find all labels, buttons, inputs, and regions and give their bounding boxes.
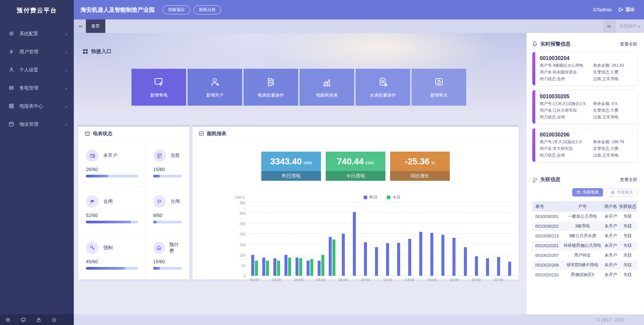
table-row[interactable]: 0010020210西侧试验区5未开户失联 [532, 270, 637, 280]
sidebar-item-label: 售电管理 [19, 85, 66, 91]
bar-group [493, 203, 504, 276]
status-value: 15/60 [153, 259, 182, 264]
key-icon [86, 241, 99, 254]
table-row[interactable]: 00100302023楼用电未开户失联 [532, 221, 637, 231]
table-row[interactable]: 00100302133楼公共开水房未开户失联 [532, 231, 637, 241]
alarm-card[interactable]: 0010030205 商户号:(江科大)试验区1-5剩余金额:-5.5 用户名:… [532, 90, 637, 124]
flag-on-icon [86, 195, 99, 208]
bar-group [271, 203, 282, 276]
bar-yesterday [464, 247, 467, 276]
sidebar-item-report-center[interactable]: 电报表中心 ‹ [0, 97, 74, 115]
energy-analysis-button[interactable]: 能耗分析 [194, 5, 221, 14]
legend-item[interactable]: 昨日 [364, 195, 377, 200]
bar-group [426, 203, 437, 276]
sidebar-item-system-config[interactable]: 系统配置 ‹ [0, 25, 74, 43]
tab-home[interactable]: 首页 [86, 19, 105, 33]
alarm-card[interactable]: 0010030204 商户号:4楼园区办公用电剩余金额:-261.83 用户名:… [532, 52, 637, 86]
status-card-no-account: 未开户 26/60 [78, 141, 146, 187]
person-icon [9, 67, 15, 73]
tabs-scroll-right-icon[interactable]: ▶▶ [603, 19, 615, 33]
tabs-scroll-left-icon[interactable]: ◀◀ [74, 19, 86, 33]
bar-yesterday [342, 234, 345, 276]
table-row[interactable]: 0010020207用户待定未开户失联 [532, 251, 637, 260]
progress-bar [86, 175, 138, 177]
bar-group [393, 203, 404, 276]
gear-icon [9, 31, 15, 37]
progress-bar [153, 221, 182, 223]
content-area: 快捷入口 新增售电 新增开户 电表批量操作 [74, 33, 644, 314]
bar-group [349, 203, 360, 276]
status-value: 8/60 [153, 213, 182, 218]
offline-gateways-button[interactable]: 失联网关 [606, 188, 637, 197]
table-row[interactable]: 0010020209研究院5楼中用电未开户失联 [532, 260, 637, 270]
energy-report-button[interactable]: 电能耗报表 [300, 69, 354, 106]
status-value: 52/60 [86, 213, 138, 218]
chevron-left-icon: ‹ [66, 32, 67, 37]
bar-group [360, 203, 371, 276]
chevron-left-icon: ‹ [66, 104, 67, 109]
new-sell-water-button[interactable]: 新增售水 [412, 69, 466, 106]
bar-yesterday [486, 258, 489, 276]
bar-yesterday [353, 212, 356, 276]
bar-group [371, 203, 382, 276]
bar-yesterday [419, 232, 422, 276]
sidebar-item-property-management[interactable]: 物业管理 ‹ [0, 115, 74, 133]
monitor-icon[interactable] [20, 317, 26, 323]
logout-button[interactable]: 退出 [618, 7, 635, 13]
table-row[interactable]: 0010020201科研楼西侧公共用电未开户失联 [532, 241, 637, 251]
bar-yesterday [251, 255, 254, 276]
status-value: 26/60 [86, 167, 138, 172]
stat-yesterday-usage: 3343.40kWh 昨日用电 [261, 152, 321, 181]
y-axis-ticks: 050100150200250300350 [235, 203, 249, 276]
sidebar-item-electricity-sales[interactable]: 售电管理 ‹ [0, 79, 74, 97]
bar-group [338, 203, 349, 276]
chevron-left-icon: ‹ [66, 86, 67, 91]
chevron-left-icon: ‹ [66, 50, 67, 55]
progress-bar [153, 175, 182, 177]
water-batch-operations-button[interactable]: 水表批量操作 [356, 69, 410, 106]
bar-group [415, 203, 426, 276]
status-card-switch-on: 合闸 52/60 [78, 187, 146, 233]
bar-today [288, 258, 291, 276]
bar-yesterday [262, 258, 265, 276]
new-account-button[interactable]: 新增开户 [187, 69, 242, 106]
username[interactable]: GTadmin [593, 7, 612, 12]
meter-batch-operations-button[interactable]: 电表批量操作 [244, 69, 298, 106]
bar-today [299, 258, 302, 276]
switch-project-button[interactable]: 切换项目 [163, 5, 190, 14]
status-value: 15/60 [153, 167, 182, 172]
sidebar-item-personal-settings[interactable]: 个人设置 ‹ [0, 61, 74, 79]
alarm-card[interactable]: 0010030206 商户号:(常大)试验区1-3剩余金额:-186.78 用户… [532, 128, 637, 162]
power-icon[interactable] [51, 317, 57, 323]
new-sell-electricity-button[interactable]: 新增售电 [131, 69, 186, 106]
alarm-meter-number: 0010030206 [540, 132, 634, 138]
sidebar-footer [0, 314, 74, 325]
bar-group [504, 203, 515, 276]
sidebar-item-user-management[interactable]: 用户管理 ‹ [0, 43, 74, 61]
add-account-icon [209, 76, 221, 88]
alarms-view-all-link[interactable]: 查看全部 [620, 41, 637, 47]
lock-icon[interactable] [36, 317, 42, 323]
y-axis-unit-label: kW·h [235, 195, 249, 199]
close-operations-dropdown[interactable]: 关闭操作 ▾ [615, 19, 644, 33]
meter-status-panel-title: 电表状态 [78, 126, 189, 141]
bar-today [310, 259, 313, 276]
quick-entry-title: 快捷入口 [83, 48, 519, 55]
energy-stats: 3343.40kWh 昨日用电 740.44kWh 今日用电 -25.36% 同… [193, 152, 519, 181]
table-row[interactable]: 0010030201一楼加公共用电未开户失联 [532, 212, 637, 221]
legend-item[interactable]: 今日 [387, 195, 400, 200]
chart-panel-icon [199, 131, 204, 137]
bar-group [460, 203, 471, 276]
offline-view-all-link[interactable]: 查看全部 [620, 177, 637, 183]
sidebar-item-label: 物业管理 [19, 121, 66, 127]
bar-yesterday [408, 239, 411, 276]
broken-link-icon [532, 177, 538, 182]
status-card-switch-off: 分闸 8/60 [146, 187, 189, 233]
logout-icon [618, 7, 623, 12]
meter-status-grid: 未开户 26/60 失联 15/60 合闸 52/6 [78, 141, 189, 279]
app-root: 预付费云平台 系统配置 ‹ 用户管理 ‹ 个人设置 ‹ 售电管理 ‹ [0, 0, 644, 325]
menu-icon[interactable] [5, 317, 11, 323]
offline-meters-button[interactable]: 失联电表 [572, 188, 603, 197]
progress-bar [86, 221, 138, 223]
status-card-forced: 强制 45/60 [78, 233, 146, 279]
